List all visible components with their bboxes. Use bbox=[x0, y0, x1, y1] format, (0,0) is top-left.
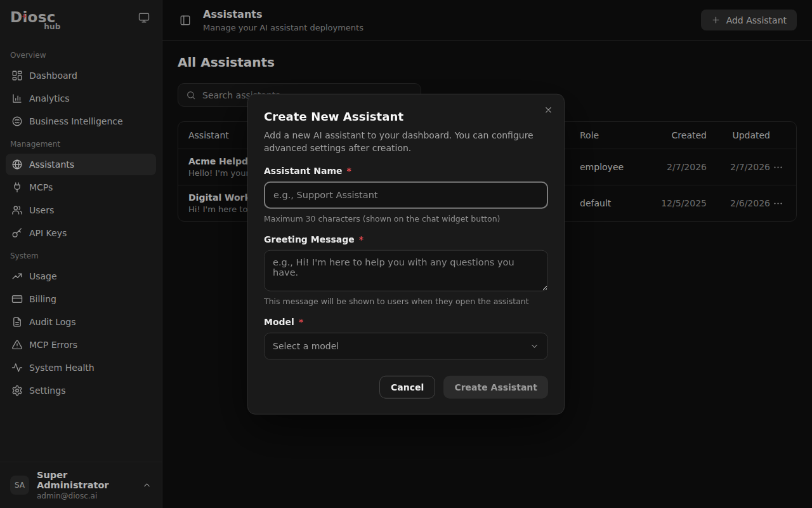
model-select-value: Select a model bbox=[273, 341, 339, 351]
model-select[interactable]: Select a model bbox=[264, 332, 548, 359]
modal-title: Create New Assistant bbox=[264, 110, 548, 123]
cancel-button[interactable]: Cancel bbox=[379, 375, 435, 398]
required-marker: * bbox=[299, 316, 303, 326]
greeting-message-helper: This message will be shown to users when… bbox=[264, 296, 548, 305]
required-marker: * bbox=[347, 165, 351, 175]
assistant-name-input[interactable] bbox=[264, 181, 548, 208]
create-assistant-submit-button[interactable]: Create Assistant bbox=[443, 375, 548, 398]
model-label: Model bbox=[264, 316, 294, 326]
close-icon bbox=[544, 105, 553, 115]
greeting-message-label: Greeting Message bbox=[264, 234, 355, 244]
modal-description: Add a new AI assistant to your dashboard… bbox=[264, 129, 548, 155]
chevron-down-icon bbox=[530, 341, 539, 351]
required-marker: * bbox=[359, 234, 363, 244]
assistant-name-helper: Maximum 30 characters (shown on the chat… bbox=[264, 213, 548, 223]
assistant-name-label: Assistant Name bbox=[264, 165, 343, 175]
assistant-name-field: Assistant Name* Maximum 30 characters (s… bbox=[264, 165, 548, 223]
modal-footer: Cancel Create Assistant bbox=[264, 375, 548, 398]
create-assistant-modal: Create New Assistant Add a new AI assist… bbox=[247, 94, 565, 415]
greeting-message-field: Greeting Message* This message will be s… bbox=[264, 234, 548, 305]
model-field: Model* Select a model bbox=[264, 316, 548, 359]
close-button[interactable] bbox=[542, 104, 554, 116]
app-root: Diosc hub OverviewDashboardAnalyticsBusi… bbox=[0, 0, 812, 508]
greeting-message-textarea[interactable] bbox=[264, 250, 548, 291]
